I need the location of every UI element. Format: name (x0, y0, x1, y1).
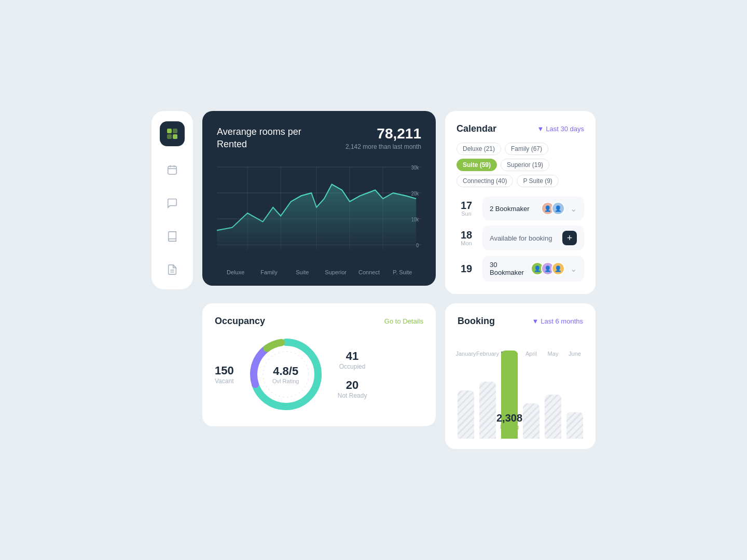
event-row-19: 19 30 Bookmaker 👤 👤 👤 ⌄ (457, 256, 584, 282)
chart-label-suite: Suite (286, 269, 319, 275)
calendar-title: Calendar (457, 123, 496, 134)
event-date-17: 17 Sun (457, 200, 476, 217)
vacant-count: 150 (215, 364, 234, 377)
occupancy-title: Occupancy (215, 316, 265, 327)
event-box-17: 2 Bookmaker 👤 👤 ⌄ (482, 197, 584, 220)
chart-sub-label: 2,142 more than last month (345, 143, 421, 150)
donut-center: 4.8/5 Ovl Rating (272, 365, 299, 384)
tag-deluxe[interactable]: Deluxe (21) (457, 143, 501, 155)
bar-may-bar (545, 395, 561, 439)
booking-filter-arrow-icon: ▼ (532, 317, 538, 325)
calendar-tags: Deluxe (21) Family (67) Suite (59) Super… (457, 143, 584, 187)
bar-march-value: 2,308 (496, 412, 522, 424)
svg-text:30k: 30k (411, 164, 419, 171)
svg-text:20k: 20k (411, 190, 419, 197)
booking-filter[interactable]: ▼ Last 6 months (532, 317, 583, 325)
filter-arrow-icon: ▼ (537, 125, 544, 133)
bar-apr (523, 403, 540, 439)
chart-label-psuite: P. Suite (386, 269, 419, 275)
event-day-name-17: Sun (457, 211, 476, 217)
event-day-num-19: 19 (457, 263, 476, 274)
event-date-18: 18 Mon (457, 230, 476, 246)
bar-label-january: January (455, 351, 476, 357)
bar-label-june: June (569, 351, 581, 357)
bar-june: June (566, 351, 583, 439)
tag-family[interactable]: Family (67) (505, 143, 548, 155)
svg-rect-4 (168, 166, 177, 175)
add-booking-button[interactable]: + (562, 231, 577, 245)
chart-label-connect: Connect (352, 269, 385, 275)
svg-rect-0 (167, 129, 172, 133)
occupied-count: 41 (346, 349, 358, 363)
chat-icon[interactable] (163, 194, 182, 213)
not-ready-stat: 20 Not Ready (338, 379, 367, 399)
event-label-18: Available for booking (490, 234, 552, 242)
occupancy-donut: 4.8/5 Ovl Rating (244, 333, 327, 416)
calendar-events: 17 Sun 2 Bookmaker 👤 👤 ⌄ (457, 197, 584, 282)
document-icon[interactable] (163, 260, 182, 279)
event-day-num-17: 17 (457, 200, 476, 211)
booking-chart: January February March 2,308 Booking act… (458, 335, 583, 439)
avatar-5: 👤 (551, 262, 565, 275)
book-icon[interactable] (163, 227, 182, 246)
calendar-card: Calendar ▼ Last 30 days Deluxe (21) Fami… (445, 111, 596, 294)
donut-label: Ovl Rating (272, 378, 299, 384)
svg-rect-3 (173, 134, 177, 139)
event-day-num-18: 18 (457, 230, 476, 240)
event-label-17: 2 Bookmaker (490, 205, 530, 213)
booking-filter-label: Last 6 months (541, 317, 583, 325)
tag-suite[interactable]: Suite (59) (457, 159, 497, 171)
bar-march-tooltip: 2,308 Booking active (496, 412, 522, 439)
event-date-19: 19 (457, 263, 476, 274)
chart-label-family: Family (252, 269, 285, 275)
donut-rating: 4.8/5 (272, 365, 299, 378)
calendar-filter-label: Last 30 days (546, 125, 584, 133)
occupied-label: Occupied (339, 363, 366, 370)
bar-feb (479, 382, 496, 439)
avatar-2: 👤 (551, 202, 565, 215)
not-ready-label: Not Ready (338, 392, 367, 399)
tag-superior[interactable]: Superior (19) (501, 159, 549, 171)
svg-rect-1 (173, 129, 177, 133)
bar-february: February (479, 351, 496, 439)
calendar-icon[interactable] (163, 161, 182, 179)
vacant-label: Vacant (215, 377, 233, 385)
bar-label-february: February (476, 351, 499, 357)
calendar-filter[interactable]: ▼ Last 30 days (537, 125, 584, 133)
bar-label-may: May (548, 351, 559, 357)
event-day-name-18: Mon (457, 240, 476, 246)
chart-label-deluxe: Deluxe (219, 269, 252, 275)
bar-mar: 2,308 Booking active (501, 351, 518, 439)
event-box-18: Available for booking + (482, 226, 584, 250)
event-action-19: 👤 👤 👤 ⌄ (531, 262, 577, 275)
chart-main-value: 78,211 (345, 125, 421, 142)
sidebar-logo[interactable] (160, 121, 185, 146)
tag-connecting[interactable]: Connecting (40) (457, 175, 513, 187)
bar-may: May (545, 351, 561, 439)
booking-title: Booking (458, 316, 495, 327)
tag-psuite[interactable]: P Suite (9) (517, 175, 558, 187)
rooms-chart-card: Averange rooms perRented 78,211 2,142 mo… (202, 111, 436, 286)
event-dropdown-icon-19[interactable]: ⌄ (570, 264, 577, 274)
sidebar (151, 111, 193, 289)
bar-march: March 2,308 Booking active (501, 351, 518, 439)
event-box-19: 30 Bookmaker 👤 👤 👤 ⌄ (482, 256, 584, 282)
bar-jan (458, 390, 474, 439)
event-avatars-19: 👤 👤 👤 (531, 262, 565, 275)
event-action-17: 👤 👤 ⌄ (541, 202, 577, 215)
event-action-18: + (562, 231, 577, 245)
chart-area: 30k 20k 10k 0 (217, 161, 421, 265)
chart-label-superior: Superior (319, 269, 352, 275)
bar-march-value-label: Booking active (496, 424, 522, 436)
bar-label-april: April (525, 351, 537, 357)
event-row-17: 17 Sun 2 Bookmaker 👤 👤 ⌄ (457, 197, 584, 220)
chart-title: Averange rooms perRented (217, 125, 301, 151)
event-row-18: 18 Mon Available for booking + (457, 226, 584, 250)
booking-card: Booking ▼ Last 6 months January February… (445, 303, 596, 449)
svg-text:0: 0 (416, 242, 419, 248)
event-dropdown-icon-17[interactable]: ⌄ (570, 204, 577, 214)
bar-april: April (523, 351, 540, 439)
not-ready-count: 20 (346, 379, 358, 392)
event-avatars-17: 👤 👤 (541, 202, 565, 215)
go-to-details-link[interactable]: Go to Details (384, 317, 423, 325)
